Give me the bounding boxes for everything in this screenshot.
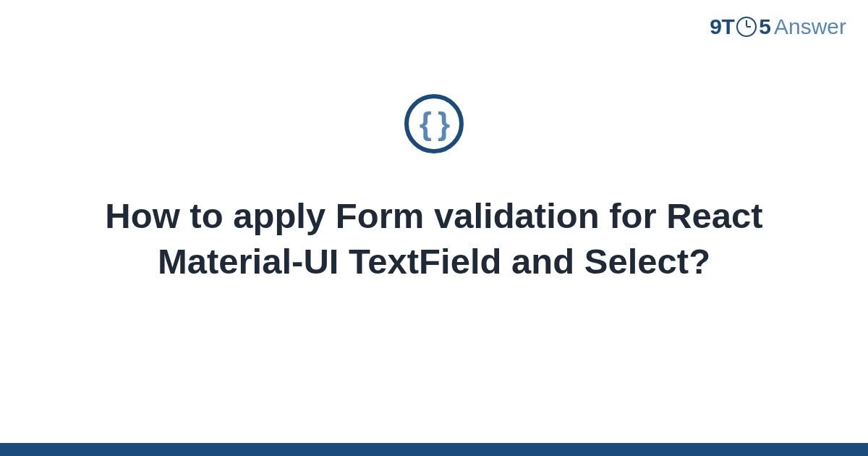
question-title: How to apply Form validation for React M… bbox=[72, 193, 796, 284]
code-braces-icon: { } bbox=[420, 108, 448, 140]
category-icon-container: { } bbox=[404, 94, 464, 153]
clock-icon bbox=[736, 17, 757, 37]
logo-text-9t: 9T bbox=[710, 14, 734, 39]
logo-text-answer: Answer bbox=[774, 14, 846, 39]
footer-accent-bar bbox=[0, 443, 868, 456]
main-content: { } How to apply Form validation for Rea… bbox=[0, 94, 868, 284]
logo-text-5: 5 bbox=[759, 14, 771, 39]
brand-logo[interactable]: 9T 5 Answer bbox=[710, 14, 846, 39]
